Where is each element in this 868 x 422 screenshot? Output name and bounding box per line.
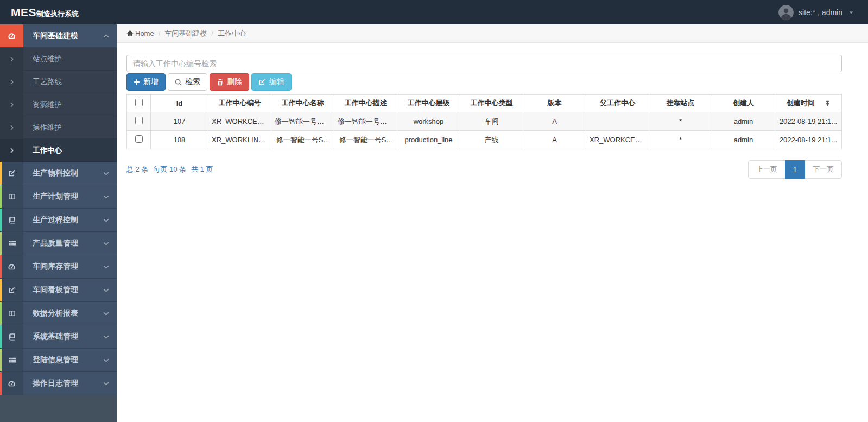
column-header[interactable]: 创建人 <box>712 95 775 112</box>
gauge-icon <box>0 24 23 47</box>
column-header[interactable]: 工作中心描述 <box>334 95 397 112</box>
breadcrumb-current: 工作中心 <box>218 29 246 39</box>
home-icon <box>126 30 134 37</box>
sidebar-subitem-site-maintenance[interactable]: 站点维护 <box>0 48 117 71</box>
row-checkbox[interactable] <box>135 135 143 143</box>
select-all-checkbox[interactable] <box>135 99 143 106</box>
sidebar: 车间基础建模站点维护工艺路线资源维护操作维护工作中心生产物料控制生产计划管理生产… <box>0 24 117 422</box>
app-logo-suffix: 制造执行系统 <box>36 9 79 19</box>
next-page-button[interactable]: 下一页 <box>804 160 842 179</box>
accent-strip <box>0 185 2 208</box>
accent-strip <box>0 302 2 325</box>
pin-icon[interactable] <box>825 100 831 106</box>
sidebar-subitem-work-center[interactable]: 工作中心 <box>0 139 117 162</box>
column-header[interactable]: 工作中心层级 <box>397 95 460 112</box>
select-all-cell <box>127 95 151 112</box>
column-header[interactable]: 创建时间 <box>775 95 842 112</box>
list-icon <box>0 349 23 371</box>
chevron-up-icon <box>103 33 109 39</box>
top-navbar: MES制造执行系统 site:* , admin <box>0 0 868 24</box>
table-cell: A <box>523 131 586 149</box>
column-header[interactable]: id <box>151 95 208 112</box>
edit-icon <box>0 279 23 301</box>
sidebar-item-label: 数据分析报表 <box>23 308 103 318</box>
toolbar: 新增 检索 删除 编辑 <box>126 73 842 91</box>
breadcrumb-section: 车间基础建模 <box>164 29 207 39</box>
table-cell: 107 <box>151 112 208 131</box>
user-menu[interactable]: site:* , admin <box>778 5 868 20</box>
breadcrumb-home[interactable]: Home <box>126 29 154 37</box>
chevron-down-icon <box>103 264 109 270</box>
trash-icon <box>217 79 224 86</box>
prev-page-button[interactable]: 上一页 <box>748 160 785 179</box>
breadcrumb: Home / 车间基础建模 / 工作中心 <box>117 24 868 43</box>
chevron-right-icon <box>0 116 23 138</box>
column-header[interactable]: 版本 <box>523 95 586 112</box>
table-row[interactable]: 108XR_WORKLINE...修一智能一号S...修一智能一号S...pro… <box>127 131 842 149</box>
gauge-icon <box>0 372 23 395</box>
edit-button-label: 编辑 <box>269 77 284 87</box>
table-cell: * <box>649 112 712 131</box>
page-1-button[interactable]: 1 <box>785 160 805 179</box>
sidebar-item-inventory-management[interactable]: 车间库存管理 <box>0 255 117 279</box>
accent-strip <box>0 255 2 278</box>
sidebar-item-board-management[interactable]: 车间看板管理 <box>0 279 117 302</box>
sidebar-subitem-operation-maintenance[interactable]: 操作维护 <box>0 116 117 139</box>
pagination-page-size: 每页 10 条 <box>153 165 186 174</box>
user-avatar <box>778 5 794 20</box>
chevron-down-icon <box>103 334 109 340</box>
chevron-down-icon <box>103 311 109 317</box>
breadcrumb-separator: / <box>159 29 161 37</box>
sidebar-subitem-label: 资源维护 <box>23 100 62 110</box>
row-checkbox[interactable] <box>135 117 143 124</box>
accent-strip <box>0 162 2 185</box>
app-logo[interactable]: MES制造执行系统 <box>0 6 79 19</box>
column-header[interactable]: 工作中心编号 <box>208 95 271 112</box>
table-row[interactable]: 107XR_WORKCEN...修一智能一号车间修一智能一号车间workshop… <box>127 112 842 131</box>
sidebar-item-process-control[interactable]: 生产过程控制 <box>0 209 117 232</box>
sidebar-item-plan-management[interactable]: 生产计划管理 <box>0 185 117 209</box>
delete-button-label: 删除 <box>227 77 242 87</box>
sidebar-item-quality-management[interactable]: 产品质量管理 <box>0 232 117 255</box>
sidebar-item-system-management[interactable]: 系统基础管理 <box>0 325 117 349</box>
table-cell: A <box>523 112 586 131</box>
chevron-down-icon <box>103 357 109 363</box>
table-cell: 2022-08-19 21:1... <box>775 131 842 149</box>
sidebar-item-label: 车间看板管理 <box>23 285 103 295</box>
table-cell: production_line <box>397 131 460 149</box>
chevron-right-icon <box>0 93 23 116</box>
chevron-down-icon <box>103 287 109 293</box>
add-button[interactable]: 新增 <box>126 73 166 91</box>
chevron-down-icon <box>103 381 109 387</box>
sidebar-item-material-control[interactable]: 生产物料控制 <box>0 162 117 185</box>
table-cell: * <box>649 131 712 149</box>
table-cell: 修一智能一号S... <box>271 131 334 149</box>
sidebar-subitem-resource-maintenance[interactable]: 资源维护 <box>0 93 117 116</box>
sidebar-item-workshop-modeling[interactable]: 车间基础建模 <box>0 24 117 48</box>
sidebar-item-operation-log[interactable]: 操作日志管理 <box>0 372 117 395</box>
sidebar-subitem-label: 站点维护 <box>23 54 62 64</box>
chevron-right-icon <box>0 48 23 70</box>
search-input[interactable] <box>126 55 842 72</box>
search-button[interactable]: 检索 <box>168 73 207 91</box>
accent-strip <box>0 372 2 395</box>
column-header[interactable]: 父工作中心 <box>586 95 649 112</box>
columns-icon <box>0 302 23 325</box>
list-icon <box>0 232 23 255</box>
table-cell: 2022-08-19 21:1... <box>775 112 842 131</box>
table-cell: admin <box>712 131 775 149</box>
column-header[interactable]: 工作中心名称 <box>271 95 334 112</box>
sidebar-subitem-label: 工作中心 <box>23 146 62 155</box>
column-header[interactable]: 工作中心类型 <box>460 95 523 112</box>
column-header[interactable]: 挂靠站点 <box>649 95 712 112</box>
sidebar-subitem-process-route[interactable]: 工艺路线 <box>0 71 117 93</box>
sidebar-item-label: 操作日志管理 <box>23 379 103 388</box>
table-cell <box>586 112 649 131</box>
delete-button[interactable]: 删除 <box>210 73 249 91</box>
caret-down-icon <box>848 10 854 15</box>
sidebar-item-login-info[interactable]: 登陆信息管理 <box>0 349 117 372</box>
row-select-cell <box>127 112 151 131</box>
edit-button[interactable]: 编辑 <box>251 73 292 91</box>
sidebar-item-data-report[interactable]: 数据分析报表 <box>0 302 117 325</box>
book-icon <box>0 209 23 231</box>
